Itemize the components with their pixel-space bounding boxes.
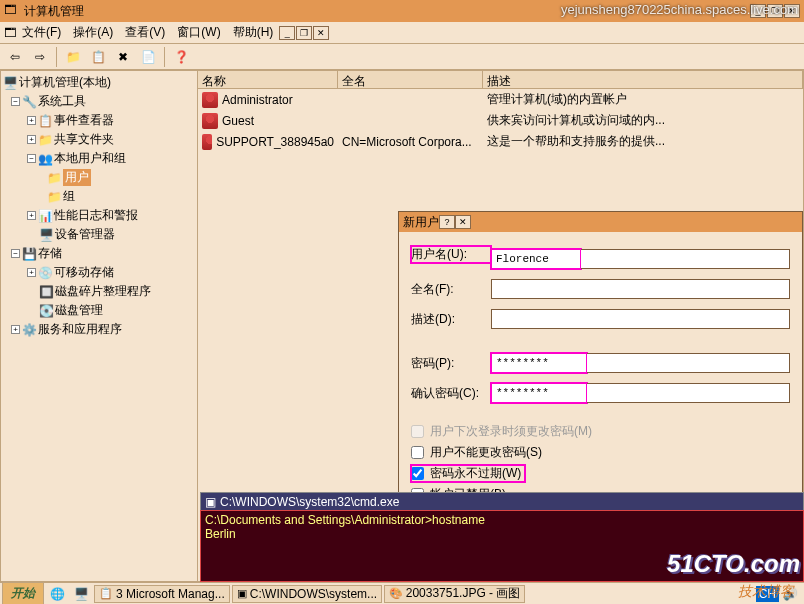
cmd-icon: ▣ [205, 495, 216, 509]
system-tray[interactable]: CH 🔊 [752, 586, 802, 602]
label-description: 描述(D): [411, 311, 491, 328]
app-icon: 🗔 [4, 3, 20, 19]
maximize-button[interactable]: ❐ [767, 4, 783, 18]
tree-perflogs[interactable]: +📊性能日志和警报 [3, 206, 195, 225]
child-minimize-button[interactable]: _ [279, 26, 295, 40]
tree-systools[interactable]: −🔧系统工具 [3, 92, 195, 111]
start-button[interactable]: 开始 [2, 582, 44, 604]
label-fullname: 全名(F): [411, 281, 491, 298]
minimize-button[interactable]: _ [750, 4, 766, 18]
tray-icon[interactable]: 🔊 [783, 587, 798, 601]
ime-indicator[interactable]: CH [756, 586, 779, 602]
child-close-button[interactable]: ✕ [313, 26, 329, 40]
label-confirm-password: 确认密码(C): [411, 385, 491, 402]
tree-defrag[interactable]: 🔲磁盘碎片整理程序 [3, 282, 195, 301]
user-icon [202, 113, 218, 129]
col-name[interactable]: 名称 [198, 71, 338, 88]
input-fullname[interactable] [491, 279, 790, 299]
menu-help[interactable]: 帮助(H) [227, 22, 280, 43]
doc-icon: 🗔 [4, 26, 16, 40]
list-header: 名称 全名 描述 [198, 71, 803, 89]
ie-icon[interactable]: 🌐 [46, 583, 68, 605]
child-restore-button[interactable]: ❐ [296, 26, 312, 40]
window-title: 计算机管理 [24, 3, 84, 20]
help-button[interactable]: ❓ [170, 46, 192, 68]
tree-storage[interactable]: −💾存储 [3, 244, 195, 263]
cmd-window[interactable]: ▣ C:\WINDOWS\system32\cmd.exe C:\Documen… [200, 492, 804, 582]
toolbar: ⇦ ⇨ 📁 📋 ✖ 📄 ❓ [0, 44, 804, 70]
cmd-title: C:\WINDOWS\system32\cmd.exe [220, 495, 399, 509]
dialog-title: 新用户 [403, 214, 439, 231]
task-cmd[interactable]: ▣C:\WINDOWS\system... [232, 585, 382, 603]
label-username: 用户名(U): [411, 246, 491, 263]
tree-pane: 🖥️计算机管理(本地) −🔧系统工具 +📋事件查看器 +📁共享文件夹 −👥本地用… [0, 70, 198, 582]
dialog-help-button[interactable]: ? [439, 215, 455, 229]
checkbox-never-expire[interactable] [411, 467, 424, 480]
input-confirm-password[interactable] [491, 383, 587, 403]
delete-button[interactable]: ✖ [112, 46, 134, 68]
col-fullname[interactable]: 全名 [338, 71, 483, 88]
title-bar: 🗔 计算机管理 _ ❐ ✕ [0, 0, 804, 22]
input-username[interactable] [491, 249, 581, 269]
close-button[interactable]: ✕ [784, 4, 800, 18]
list-row[interactable]: SUPPORT_388945a0 CN=Microsoft Corpora...… [198, 131, 803, 152]
menu-action[interactable]: 操作(A) [67, 22, 119, 43]
user-icon [202, 92, 218, 108]
tree-eventviewer[interactable]: +📋事件查看器 [3, 111, 195, 130]
task-mmc[interactable]: 📋3 Microsoft Manag... [94, 585, 230, 603]
menu-file[interactable]: 文件(F) [16, 22, 67, 43]
menu-view[interactable]: 查看(V) [119, 22, 171, 43]
refresh-button[interactable]: 📄 [137, 46, 159, 68]
tree-devmgr[interactable]: 🖥️设备管理器 [3, 225, 195, 244]
properties-button[interactable]: 📋 [87, 46, 109, 68]
input-password[interactable] [491, 353, 587, 373]
tree-shared[interactable]: +📁共享文件夹 [3, 130, 195, 149]
tree-users[interactable]: 📁用户 [3, 168, 195, 187]
list-row[interactable]: Administrator 管理计算机(域)的内置帐户 [198, 89, 803, 110]
desktop-icon[interactable]: 🖥️ [70, 583, 92, 605]
checkbox-cannot-change[interactable] [411, 446, 424, 459]
up-button[interactable]: 📁 [62, 46, 84, 68]
forward-button[interactable]: ⇨ [29, 46, 51, 68]
dialog-close-button[interactable]: ✕ [455, 215, 471, 229]
input-description[interactable] [491, 309, 790, 329]
taskbar: 开始 🌐 🖥️ 📋3 Microsoft Manag... ▣C:\WINDOW… [0, 582, 804, 604]
task-paint[interactable]: 🎨20033751.JPG - 画图 [384, 585, 526, 603]
tree-localusers[interactable]: −👥本地用户和组 [3, 149, 195, 168]
cmd-body[interactable]: C:\Documents and Settings\Administrator>… [201, 511, 803, 581]
menu-bar: 🗔 文件(F) 操作(A) 查看(V) 窗口(W) 帮助(H) _ ❐ ✕ [0, 22, 804, 44]
cmd-titlebar[interactable]: ▣ C:\WINDOWS\system32\cmd.exe [201, 493, 803, 511]
label-password: 密码(P): [411, 355, 491, 372]
menu-window[interactable]: 窗口(W) [171, 22, 226, 43]
tree-services[interactable]: +⚙️服务和应用程序 [3, 320, 195, 339]
tree-removable[interactable]: +💿可移动存储 [3, 263, 195, 282]
dialog-titlebar[interactable]: 新用户 ? ✕ [399, 212, 802, 232]
tree-groups[interactable]: 📁组 [3, 187, 195, 206]
back-button[interactable]: ⇦ [4, 46, 26, 68]
tree-diskmgmt[interactable]: 💽磁盘管理 [3, 301, 195, 320]
checkbox-must-change [411, 425, 424, 438]
tree-root[interactable]: 🖥️计算机管理(本地) [3, 73, 195, 92]
list-row[interactable]: Guest 供来宾访问计算机或访问域的内... [198, 110, 803, 131]
col-desc[interactable]: 描述 [483, 71, 803, 88]
user-icon [202, 134, 212, 150]
